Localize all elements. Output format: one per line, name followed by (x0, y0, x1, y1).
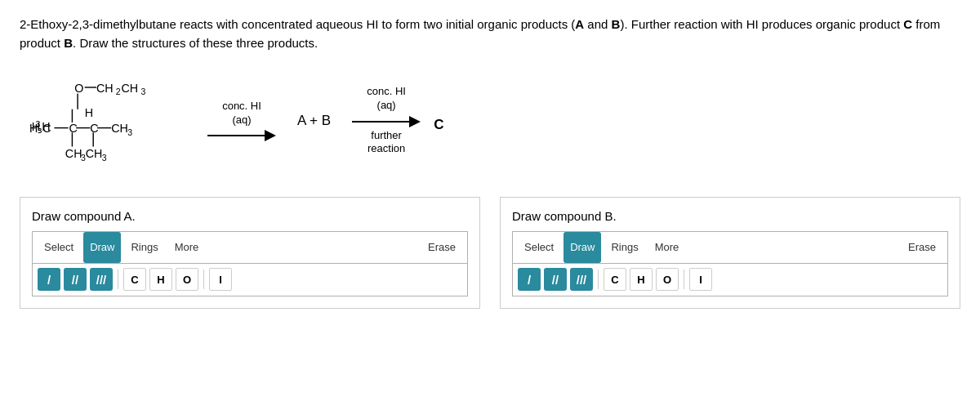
svg-text:C: C (90, 122, 98, 135)
svg-text:CH: CH (96, 81, 114, 94)
panel-b-tools: / // /// C H O I (512, 264, 948, 296)
panel-b-draw-button[interactable]: Draw (564, 232, 601, 263)
panel-a-title: Draw compound A. (32, 209, 468, 223)
reagent2-line1: conc. HI (367, 85, 406, 99)
panel-a-more-button[interactable]: More (168, 232, 206, 263)
problem-statement: 2-Ethoxy-2,3-dimethylbutane reacts with … (20, 15, 960, 53)
panel-a-toolbar: Select Draw Rings More Erase (32, 231, 468, 264)
panel-a-iodine-button[interactable]: I (209, 268, 232, 291)
reagent1-line2: (aq) (222, 114, 261, 127)
panel-a-select-button[interactable]: Select (38, 232, 80, 263)
panel-b-rings-button[interactable]: Rings (604, 232, 644, 263)
svg-text:H₃C: H₃C (29, 122, 51, 135)
panel-b-toolbar: Select Draw Rings More Erase (512, 231, 948, 264)
panel-b-oxygen-button[interactable]: O (656, 268, 679, 291)
panel-a-double-bond-icon[interactable]: // (64, 268, 87, 291)
structure-svg: O CH 2 CH 3 H H 3 H H₃C C C CH 3 CH 3 CH… (28, 68, 199, 174)
panel-b-iodine-button[interactable]: I (689, 268, 712, 291)
panel-a-triple-bond-icon[interactable]: /// (90, 268, 113, 291)
panel-a-erase-button[interactable]: Erase (421, 238, 462, 256)
svg-text:H: H (85, 106, 93, 119)
reaction-diagram: O CH 2 CH 3 H H 3 H H₃C C C CH 3 CH 3 CH… (28, 68, 960, 174)
panel-a-tools: / // /// C H O I (32, 264, 468, 296)
aplusb-label: A + B (297, 113, 331, 129)
arrow-1: conc. HI (aq) (207, 100, 276, 142)
arrow-2: conc. HI (aq) further reaction (352, 85, 421, 157)
panel-b-title: Draw compound B. (512, 209, 948, 223)
panel-b-select-button[interactable]: Select (518, 232, 560, 263)
svg-text:3: 3 (140, 87, 145, 96)
svg-text:2: 2 (116, 87, 121, 96)
further-line2: reaction (368, 142, 405, 156)
panel-b-double-bond-icon[interactable]: // (544, 268, 567, 291)
panel-a-single-bond-icon[interactable]: / (38, 268, 60, 291)
panel-a-carbon-button[interactable]: C (123, 268, 146, 291)
panel-b: Draw compound B. Select Draw Rings More … (500, 197, 960, 309)
svg-text:O: O (74, 81, 83, 94)
panel-b-more-button[interactable]: More (648, 232, 686, 263)
further-line1: further (368, 129, 405, 143)
panel-b-separator-2 (684, 270, 684, 289)
svg-text:CH: CH (65, 146, 82, 159)
panel-a: Draw compound A. Select Draw Rings More … (20, 197, 480, 309)
panel-b-erase-button[interactable]: Erase (902, 238, 942, 256)
svg-text:C: C (69, 122, 78, 135)
svg-text:CH: CH (86, 146, 103, 159)
reagent1-line1: conc. HI (222, 100, 261, 114)
reagent2-line2: (aq) (367, 99, 406, 113)
svg-text:CH: CH (122, 81, 139, 94)
svg-text:3: 3 (127, 127, 132, 137)
panels-row: Draw compound A. Select Draw Rings More … (20, 197, 960, 309)
product-c-label: C (434, 117, 443, 133)
panel-b-single-bond-icon[interactable]: / (518, 268, 541, 291)
panel-a-oxygen-button[interactable]: O (176, 268, 198, 291)
panel-a-draw-button[interactable]: Draw (83, 232, 121, 263)
panel-a-separator-2 (203, 270, 204, 289)
panel-b-carbon-button[interactable]: C (604, 268, 626, 291)
svg-text:CH: CH (111, 122, 128, 135)
panel-a-separator-1 (118, 270, 118, 289)
panel-b-triple-bond-icon[interactable]: /// (570, 268, 593, 291)
svg-text:3: 3 (102, 152, 107, 162)
panel-a-hydrogen-button[interactable]: H (149, 268, 172, 291)
panel-b-hydrogen-button[interactable]: H (630, 268, 653, 291)
panel-a-rings-button[interactable]: Rings (124, 232, 164, 263)
panel-b-separator-1 (598, 270, 599, 289)
